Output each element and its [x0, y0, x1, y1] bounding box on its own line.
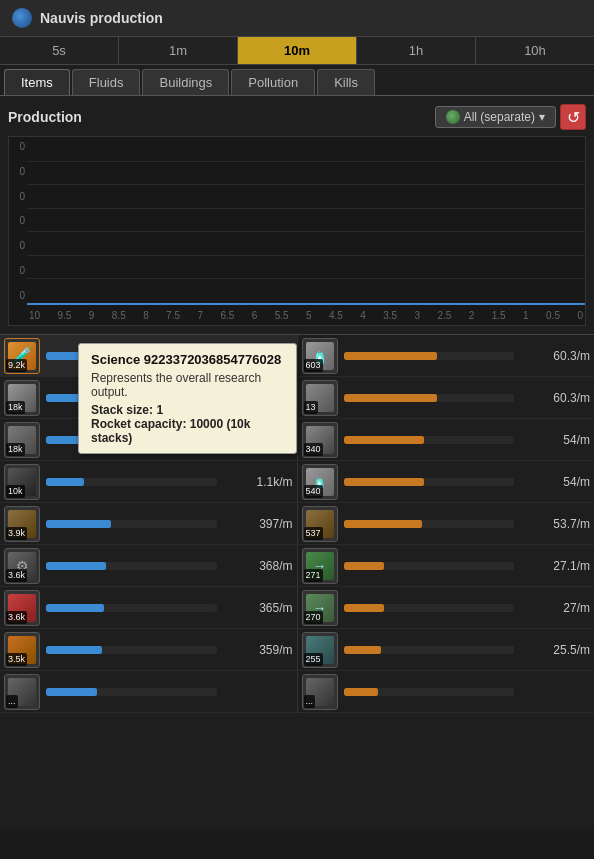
item-count: 18k [6, 443, 25, 456]
item-icon: 3.9k [4, 506, 40, 542]
item-rate: 368/m [223, 559, 293, 573]
list-item[interactable]: 3.6k 365/m [0, 587, 297, 629]
item-bar [344, 646, 515, 654]
tooltip-description: Represents the overall research output. [91, 371, 284, 399]
list-item[interactable]: ... [0, 671, 297, 713]
item-count: 3.6k [6, 569, 27, 582]
item-rate: 365/m [223, 601, 293, 615]
list-item[interactable]: → 271 27.1/m [298, 545, 595, 587]
item-icon: 340 [302, 422, 338, 458]
item-bar [344, 478, 515, 486]
item-count: 9.2k [6, 359, 27, 372]
item-icon: → 270 [302, 590, 338, 626]
item-count: 255 [304, 653, 323, 666]
item-icon: 18k [4, 380, 40, 416]
item-count: 537 [304, 527, 323, 540]
item-count: 3.5k [6, 653, 27, 666]
tooltip-stack-size: Stack size: 1 [91, 403, 284, 417]
item-icon: 13 [302, 380, 338, 416]
items-list: 🧪 9.2k 922P/m Science 922337203685477602… [0, 335, 594, 829]
items-columns: 🧪 9.2k 922P/m Science 922337203685477602… [0, 335, 594, 713]
item-count: 10k [6, 485, 25, 498]
production-controls: All (separate) ▾ ↺ [435, 104, 586, 130]
list-item[interactable]: 3.9k 397/m [0, 503, 297, 545]
production-chart: 0 0 0 0 0 0 0 10 9.5 9 8.5 8 7.5 7 [8, 136, 586, 326]
list-item[interactable]: 3.5k 359/m [0, 629, 297, 671]
tab-fluids[interactable]: Fluids [72, 69, 141, 95]
left-column: 🧪 9.2k 922P/m Science 922337203685477602… [0, 335, 298, 713]
item-rate: 60.3/m [520, 349, 590, 363]
item-bar [46, 520, 217, 528]
filter-dropdown[interactable]: All (separate) ▾ [435, 106, 556, 128]
item-count: 540 [304, 485, 323, 498]
item-count: 340 [304, 443, 323, 456]
item-rate: 1.1k/m [223, 475, 293, 489]
time-tab-10h[interactable]: 10h [476, 37, 594, 64]
list-item[interactable]: 340 54/m [298, 419, 595, 461]
item-icon: 18k [4, 422, 40, 458]
chart-y-labels: 0 0 0 0 0 0 0 [9, 137, 27, 305]
item-bar [344, 436, 515, 444]
item-icon: 🧴 603 [302, 338, 338, 374]
item-count: 3.9k [6, 527, 27, 540]
chart-grid [27, 137, 585, 305]
time-tab-1h[interactable]: 1h [357, 37, 476, 64]
item-rate: 53.7/m [520, 517, 590, 531]
item-bar [344, 688, 515, 696]
item-bar [46, 688, 217, 696]
item-count: 3.6k [6, 611, 27, 624]
time-tab-1m[interactable]: 1m [119, 37, 238, 64]
item-rate: 54/m [520, 475, 590, 489]
app-title: Nauvis production [40, 10, 163, 26]
item-rate: 25.5/m [520, 643, 590, 657]
time-tab-10m[interactable]: 10m [238, 37, 357, 64]
list-item[interactable]: 255 25.5/m [298, 629, 595, 671]
globe-icon [12, 8, 32, 28]
list-item[interactable]: 🧴 603 60.3/m [298, 335, 595, 377]
tab-kills[interactable]: Kills [317, 69, 375, 95]
item-bar [46, 646, 217, 654]
item-icon: ⚙ 3.6k [4, 548, 40, 584]
chevron-down-icon: ▾ [539, 110, 545, 124]
item-rate: 359/m [223, 643, 293, 657]
list-item[interactable]: 🧪 9.2k 922P/m Science 922337203685477602… [0, 335, 297, 377]
item-icon: ... [4, 674, 40, 710]
item-icon: 255 [302, 632, 338, 668]
time-tab-5s[interactable]: 5s [0, 37, 119, 64]
item-icon: 10k [4, 464, 40, 500]
item-count: 271 [304, 569, 323, 582]
item-icon: 3.5k [4, 632, 40, 668]
item-rate: 54/m [520, 433, 590, 447]
production-area: Production All (separate) ▾ ↺ 0 0 0 0 0 … [0, 96, 594, 335]
list-item[interactable]: → 270 27/m [298, 587, 595, 629]
right-column: 🧴 603 60.3/m 13 60.3/m [298, 335, 595, 713]
item-count: ... [304, 695, 316, 708]
item-bar [46, 478, 217, 486]
list-item[interactable]: 🧴 540 54/m [298, 461, 595, 503]
item-bar [344, 352, 515, 360]
item-rate: 27/m [520, 601, 590, 615]
item-icon: 🧴 540 [302, 464, 338, 500]
item-bar [344, 562, 515, 570]
list-item[interactable]: ⚙ 3.6k 368/m [0, 545, 297, 587]
item-count: ... [6, 695, 18, 708]
list-item[interactable]: 13 60.3/m [298, 377, 595, 419]
tab-items[interactable]: Items [4, 69, 70, 95]
item-rate: 397/m [223, 517, 293, 531]
tab-buildings[interactable]: Buildings [142, 69, 229, 95]
item-rate: 60.3/m [520, 391, 590, 405]
tab-pollution[interactable]: Pollution [231, 69, 315, 95]
item-icon: 🧪 9.2k [4, 338, 40, 374]
list-item[interactable]: 10k 1.1k/m [0, 461, 297, 503]
item-count: 270 [304, 611, 323, 624]
tooltip-rocket-capacity: Rocket capacity: 10000 (10k stacks) [91, 417, 284, 445]
item-bar [46, 604, 217, 612]
time-tabs: 5s 1m 10m 1h 10h [0, 37, 594, 65]
refresh-button[interactable]: ↺ [560, 104, 586, 130]
item-bar [344, 520, 515, 528]
tooltip-title: Science 9223372036854776028 [91, 352, 284, 367]
item-rate: 27.1/m [520, 559, 590, 573]
list-item[interactable]: ... [298, 671, 595, 713]
list-item[interactable]: 537 53.7/m [298, 503, 595, 545]
production-header: Production All (separate) ▾ ↺ [8, 104, 586, 130]
